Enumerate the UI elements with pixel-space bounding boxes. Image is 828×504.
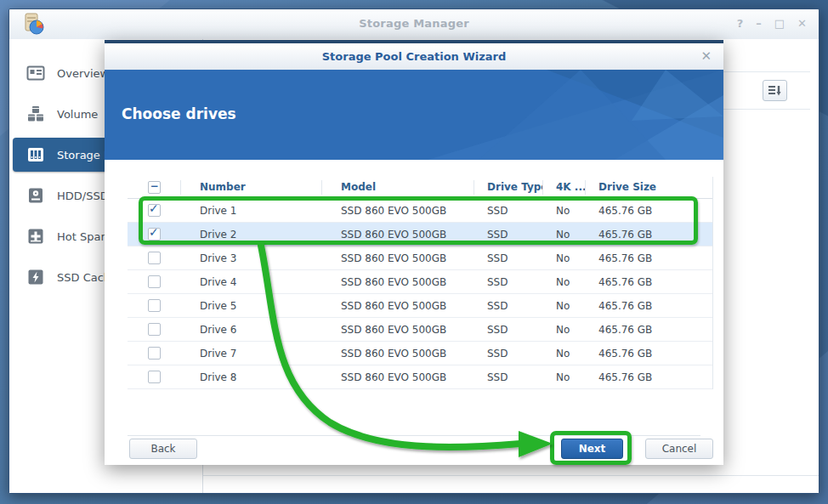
next-button[interactable]: Next [561, 439, 623, 459]
column-header-4k[interactable]: 4K ... [543, 180, 586, 195]
drive-type: SSD [474, 229, 543, 241]
storage-pool-icon [26, 144, 46, 165]
drive-size: 465.76 GB [586, 348, 712, 360]
drive-row-8[interactable]: Drive 8 SSD 860 EVO 500GB SSD No 465.76 … [128, 365, 712, 389]
drive-type: SSD [474, 348, 543, 360]
cancel-button[interactable]: Cancel [645, 439, 713, 459]
drive-type: SSD [474, 252, 543, 264]
drive-type: SSD [474, 276, 543, 288]
drive-size: 465.76 GB [586, 371, 712, 383]
drive-number: Drive 2 [181, 229, 322, 241]
storage-pool-creation-wizard-dialog: Storage Pool Creation Wizard ✕ Choose dr… [105, 40, 723, 465]
sidebar-item-label: HDD/SSD [57, 190, 109, 202]
drive-row-5[interactable]: Drive 5 SSD 860 EVO 500GB SSD No 465.76 … [128, 294, 712, 318]
drive-model: SSD 860 EVO 500GB [322, 371, 474, 383]
drive-number: Drive 5 [181, 300, 322, 312]
sidebar-item-label: Volume [57, 108, 98, 121]
drive-size: 465.76 GB [586, 205, 712, 217]
drive-type: SSD [474, 371, 543, 383]
drive-model: SSD 860 EVO 500GB [322, 252, 474, 264]
drive-number: Drive 8 [181, 371, 322, 383]
minimize-button[interactable]: – [756, 16, 762, 31]
select-all-checkbox[interactable]: − [148, 181, 161, 194]
sort-icon [768, 84, 782, 97]
drive-5-checkbox[interactable] [148, 299, 161, 312]
drive-table-header: − Number Model Drive Type 4K ... Drive S… [128, 177, 712, 199]
help-button[interactable]: ? [737, 16, 744, 31]
drive-model: SSD 860 EVO 500GB [322, 348, 474, 360]
drive-number: Drive 7 [181, 348, 322, 360]
back-button[interactable]: Back [129, 439, 197, 459]
drive-row-3[interactable]: Drive 3 SSD 860 EVO 500GB SSD No 465.76 … [128, 246, 712, 270]
close-button[interactable]: ✕ [797, 16, 807, 31]
drive-number: Drive 4 [181, 276, 322, 288]
drive-number: Drive 1 [181, 205, 322, 217]
window-titlebar[interactable]: Storage Manager ? – □ ✕ [9, 9, 819, 40]
drive-row-7[interactable]: Drive 7 SSD 860 EVO 500GB SSD No 465.76 … [128, 342, 712, 365]
drive-7-checkbox[interactable] [148, 347, 161, 360]
drive-size: 465.76 GB [586, 229, 712, 241]
drive-4k: No [543, 205, 586, 217]
window-title: Storage Manager [9, 17, 819, 30]
overview-icon [26, 63, 46, 83]
drive-model: SSD 860 EVO 500GB [322, 229, 474, 241]
drive-table: − Number Model Drive Type 4K ... Drive S… [128, 177, 713, 389]
dialog-titlebar[interactable]: Storage Pool Creation Wizard ✕ [105, 43, 723, 71]
dialog-title: Storage Pool Creation Wizard [105, 50, 723, 63]
drive-4k: No [543, 324, 586, 336]
column-header-number[interactable]: Number [181, 180, 322, 195]
ssd-cache-icon [26, 267, 46, 287]
drive-size: 465.76 GB [586, 252, 712, 264]
drive-type: SSD [474, 324, 543, 336]
drive-number: Drive 6 [181, 324, 322, 336]
drive-type: SSD [474, 300, 543, 312]
volume-icon [26, 104, 46, 124]
dialog-close-icon[interactable]: ✕ [700, 48, 712, 64]
drive-size: 465.76 GB [586, 324, 712, 336]
drive-number: Drive 3 [181, 252, 322, 264]
dialog-banner: Choose drives [105, 70, 723, 160]
drive-model: SSD 860 EVO 500GB [322, 276, 474, 288]
drive-8-checkbox[interactable] [148, 371, 161, 383]
maximize-button[interactable]: □ [774, 16, 785, 31]
drive-model: SSD 860 EVO 500GB [322, 300, 474, 312]
content-footer-divider [203, 475, 819, 476]
wizard-step-heading: Choose drives [122, 105, 236, 122]
dialog-body: − Number Model Drive Type 4K ... Drive S… [105, 160, 723, 465]
hot-spare-icon [26, 226, 46, 246]
column-header-model[interactable]: Model [322, 180, 474, 195]
dialog-footer-divider [128, 435, 700, 436]
drive-2-checkbox[interactable]: ✓ [148, 228, 161, 241]
drive-4k: No [543, 300, 586, 312]
drive-6-checkbox[interactable] [148, 323, 161, 336]
sidebar-item-label: Hot Spare [57, 230, 112, 243]
drive-4-checkbox[interactable] [148, 275, 161, 288]
drive-model: SSD 860 EVO 500GB [322, 324, 474, 336]
drive-row-6[interactable]: Drive 6 SSD 860 EVO 500GB SSD No 465.76 … [128, 318, 712, 342]
drive-4k: No [543, 276, 586, 288]
drive-4k: No [543, 371, 586, 383]
drive-4k: No [543, 229, 586, 241]
sidebar-item-label: Overview [57, 67, 109, 80]
sort-button[interactable] [763, 80, 787, 101]
drive-4k: No [543, 252, 586, 264]
drive-row-1[interactable]: ✓ Drive 1 SSD 860 EVO 500GB SSD No 465.7… [128, 199, 712, 223]
drive-type: SSD [474, 205, 543, 217]
drive-1-checkbox[interactable]: ✓ [148, 204, 161, 217]
drive-size: 465.76 GB [586, 276, 712, 288]
drive-model: SSD 860 EVO 500GB [322, 205, 474, 217]
drive-row-4[interactable]: Drive 4 SSD 860 EVO 500GB SSD No 465.76 … [128, 270, 712, 294]
drive-3-checkbox[interactable] [148, 252, 161, 264]
drive-row-2[interactable]: ✓ Drive 2 SSD 860 EVO 500GB SSD No 465.7… [128, 223, 712, 246]
select-all-cell: − [128, 180, 181, 195]
hdd-icon [26, 185, 46, 206]
desktop: { "window": { "title": "Storage Manager"… [0, 0, 828, 504]
drive-size: 465.76 GB [586, 300, 712, 312]
drive-4k: No [543, 348, 586, 360]
column-header-drive-type[interactable]: Drive Type [474, 180, 543, 195]
column-header-drive-size[interactable]: Drive Size [586, 180, 712, 195]
